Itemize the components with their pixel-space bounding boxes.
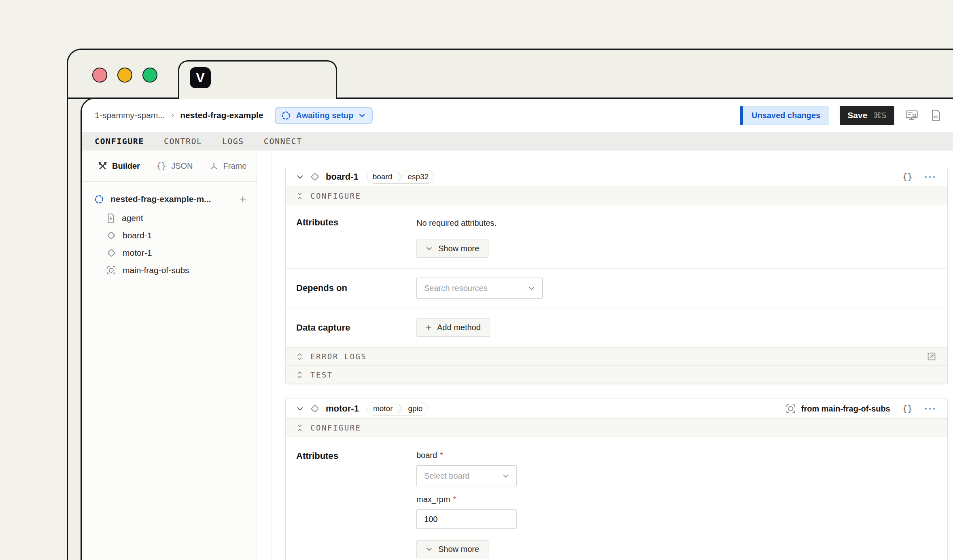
view-tab-builder-label: Builder [112,161,140,171]
topbar-actions: Unsaved changes Save ⌘S [740,106,953,125]
from-fragment-link[interactable]: from main-frag-of-subs [785,403,890,414]
tree-item-label: motor-1 [123,248,152,258]
unsaved-changes-badge: Unsaved changes [740,106,829,125]
tree-item-label: main-frag-of-subs [123,265,189,275]
breadcrumb-separator-icon: › [171,110,174,121]
tree-item-agent[interactable]: agent [106,212,246,223]
code-braces-icon[interactable]: {} [902,172,913,182]
component-menu-icon[interactable]: ··· [925,404,937,414]
code-braces-icon[interactable]: {} [902,404,913,414]
attributes-row-board: Attributes No required attributes. Show … [286,205,947,268]
view-tab-builder[interactable]: Builder [98,161,140,171]
minimize-window-button[interactable] [117,68,132,83]
breadcrumb-current: nested-frag-example [180,110,263,120]
badge-divider-icon [397,171,402,183]
json-braces-icon: {} [156,161,166,171]
required-marker: * [453,495,456,504]
add-method-button[interactable]: + Add method [416,318,490,337]
fragment-icon [785,403,796,414]
data-capture-label: Data capture [296,322,416,333]
component-type-badge: motor gpio [367,402,429,416]
main-area: board-1 board esp32 {} ··· [257,151,953,560]
max-rpm-input[interactable] [416,509,517,529]
tab-connect[interactable]: CONNECT [264,136,302,146]
browser-tab[interactable]: V [178,60,337,99]
unfold-less-icon [297,192,303,200]
top-bar: 1-spammy-spam... › nested-frag-example A… [82,99,953,132]
chevron-down-icon [528,285,535,292]
board-select-placeholder: Select board [424,471,469,481]
tab-configure[interactable]: CONFIGURE [95,136,144,146]
component-header: board-1 board esp32 {} ··· [286,167,947,187]
plus-icon: + [426,323,431,333]
chevron-down-icon [359,112,365,119]
from-fragment-label: from main-frag-of-subs [801,404,890,414]
spinner-icon [94,194,104,204]
machine-report-icon[interactable] [929,108,943,122]
component-header-actions: from main-frag-of-subs {} ··· [785,403,937,414]
unfold-less-icon [297,424,303,432]
save-button[interactable]: Save ⌘S [840,106,894,125]
builder-tools-icon [98,161,107,171]
view-tab-frame[interactable]: Frame [209,161,247,171]
depends-on-select[interactable]: Search resources [416,278,543,299]
section-configure-board[interactable]: CONFIGURE [286,187,947,205]
close-window-button[interactable] [92,68,107,83]
required-marker: * [440,451,443,460]
fragment-icon [106,265,116,275]
tree-item-motor-1[interactable]: motor-1 [106,247,246,258]
attributes-empty-text: No required attributes. [416,217,937,228]
component-diamond-icon [310,404,320,414]
tab-logs[interactable]: LOGS [222,136,244,146]
data-capture-row: Data capture + Add method [286,308,947,347]
component-header: motor-1 motor gpio [286,399,947,418]
section-error-logs-label: ERROR LOGS [310,352,367,361]
collapse-chevron-icon[interactable] [296,173,304,181]
board-select[interactable]: Select board [416,465,517,486]
badge-type: board [367,172,398,181]
maximize-window-button[interactable] [142,68,157,83]
attributes-label: Attributes [296,451,416,558]
open-logs-external-icon[interactable] [927,352,936,361]
attributes-label: Attributes [296,217,416,258]
depends-on-label: Depends on [296,283,416,293]
badge-divider-icon [398,403,403,415]
breadcrumb-parent[interactable]: 1-spammy-spam... [95,110,165,120]
breadcrumb: 1-spammy-spam... › nested-frag-example [95,110,263,121]
max-rpm-field: max_rpm * [416,495,937,529]
add-resource-button[interactable]: + [240,193,246,205]
spinner-icon [281,110,291,121]
tree-item-board-1[interactable]: board-1 [106,230,246,241]
section-error-logs[interactable]: ERROR LOGS [286,347,947,366]
add-method-label: Add method [437,323,481,332]
tab-control[interactable]: CONTROL [164,136,202,146]
component-header-actions: {} ··· [902,172,937,182]
depends-on-placeholder: Search resources [424,284,488,293]
unfold-more-icon [297,352,303,361]
view-tab-json-label: JSON [171,161,193,171]
component-diamond-icon [106,231,116,240]
component-title: board-1 [326,172,359,182]
machine-status-chip[interactable]: Awaiting setup [275,107,373,124]
tree-root-machine[interactable]: nested-frag-example-m... + [94,192,246,206]
chevron-down-icon [426,546,433,553]
machine-nav-tabs: CONFIGURE CONTROL LOGS CONNECT [82,132,953,151]
sidebar-view-tabs: Builder {} JSON [82,151,257,182]
sidebar: Builder {} JSON [82,151,257,560]
tree-item-main-frag-of-subs[interactable]: main-frag-of-subs [106,265,246,276]
viam-logo-letter: V [196,70,205,85]
section-test[interactable]: TEST [286,365,947,384]
machine-monitor-icon[interactable] [905,108,919,122]
badge-model: esp32 [402,172,434,181]
badge-type: motor [368,404,398,413]
collapse-chevron-icon[interactable] [296,405,304,413]
show-more-button[interactable]: Show more [416,240,488,258]
section-configure-motor[interactable]: CONFIGURE [286,418,947,437]
agent-document-icon [106,213,115,223]
save-button-label: Save [847,110,867,120]
component-menu-icon[interactable]: ··· [925,172,937,182]
view-tab-json[interactable]: {} JSON [156,161,193,171]
show-more-button[interactable]: Show more [416,540,488,558]
section-configure-label: CONFIGURE [310,191,361,200]
component-diamond-icon [310,172,320,182]
